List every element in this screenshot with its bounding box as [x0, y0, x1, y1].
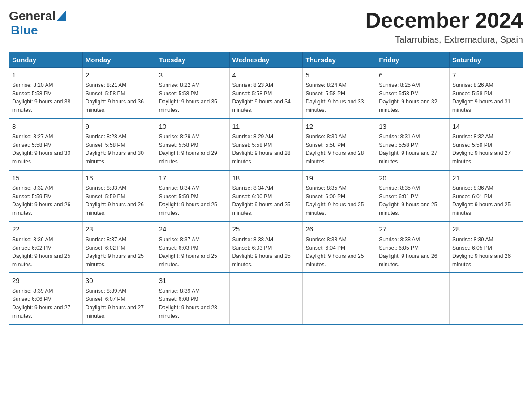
table-row — [376, 273, 450, 324]
day-number: 17 — [159, 173, 227, 184]
day-info: Sunrise: 8:35 AM Sunset: 6:01 PM Dayligh… — [379, 184, 446, 217]
day-number: 3 — [159, 70, 227, 81]
day-info: Sunrise: 8:39 AM Sunset: 6:07 PM Dayligh… — [86, 287, 153, 320]
col-tuesday: Tuesday — [156, 52, 229, 67]
day-number: 19 — [305, 173, 373, 184]
day-number: 15 — [12, 173, 80, 184]
table-row: 28 Sunrise: 8:39 AM Sunset: 6:05 PM Dayl… — [450, 221, 523, 273]
table-row: 30 Sunrise: 8:39 AM Sunset: 6:07 PM Dayl… — [82, 273, 156, 324]
title-block: December 2024 Talarrubias, Extremadura, … — [365, 9, 523, 45]
day-info: Sunrise: 8:32 AM Sunset: 5:59 PM Dayligh… — [12, 184, 80, 217]
table-row: 25 Sunrise: 8:38 AM Sunset: 6:03 PM Dayl… — [229, 221, 303, 273]
calendar-table: Sunday Monday Tuesday Wednesday Thursday… — [9, 52, 523, 325]
day-info: Sunrise: 8:33 AM Sunset: 5:59 PM Dayligh… — [86, 184, 153, 217]
day-number: 16 — [86, 173, 153, 184]
day-info: Sunrise: 8:32 AM Sunset: 5:59 PM Dayligh… — [452, 133, 520, 166]
table-row: 23 Sunrise: 8:37 AM Sunset: 6:02 PM Dayl… — [82, 221, 156, 273]
day-info: Sunrise: 8:22 AM Sunset: 5:58 PM Dayligh… — [159, 81, 227, 114]
col-thursday: Thursday — [303, 52, 376, 67]
calendar-week-row: 1 Sunrise: 8:20 AM Sunset: 5:58 PM Dayli… — [9, 67, 523, 118]
logo-general-text: General — [9, 9, 56, 23]
calendar-week-row: 8 Sunrise: 8:27 AM Sunset: 5:58 PM Dayli… — [9, 119, 523, 170]
table-row: 8 Sunrise: 8:27 AM Sunset: 5:58 PM Dayli… — [9, 119, 83, 170]
day-number: 1 — [12, 70, 80, 81]
day-number: 29 — [12, 276, 80, 286]
day-info: Sunrise: 8:34 AM Sunset: 5:59 PM Dayligh… — [159, 184, 227, 217]
day-info: Sunrise: 8:34 AM Sunset: 6:00 PM Dayligh… — [232, 184, 300, 217]
day-number: 4 — [232, 70, 300, 81]
day-number: 24 — [159, 224, 227, 235]
day-info: Sunrise: 8:29 AM Sunset: 5:58 PM Dayligh… — [232, 133, 300, 166]
table-row — [303, 273, 376, 324]
day-info: Sunrise: 8:36 AM Sunset: 6:01 PM Dayligh… — [452, 184, 520, 217]
table-row: 3 Sunrise: 8:22 AM Sunset: 5:58 PM Dayli… — [156, 67, 229, 118]
day-info: Sunrise: 8:25 AM Sunset: 5:58 PM Dayligh… — [379, 81, 446, 114]
day-number: 28 — [452, 224, 520, 235]
day-number: 31 — [159, 276, 227, 286]
day-info: Sunrise: 8:39 AM Sunset: 6:08 PM Dayligh… — [159, 287, 227, 320]
calendar-week-row: 22 Sunrise: 8:36 AM Sunset: 6:02 PM Dayl… — [9, 221, 523, 273]
calendar-header-row: Sunday Monday Tuesday Wednesday Thursday… — [9, 52, 523, 67]
col-saturday: Saturday — [450, 52, 523, 67]
day-info: Sunrise: 8:38 AM Sunset: 6:03 PM Dayligh… — [232, 235, 300, 269]
location: Talarrubias, Extremadura, Spain — [365, 34, 523, 45]
table-row: 26 Sunrise: 8:38 AM Sunset: 6:04 PM Dayl… — [303, 221, 376, 273]
day-info: Sunrise: 8:36 AM Sunset: 6:02 PM Dayligh… — [12, 235, 80, 269]
table-row: 10 Sunrise: 8:29 AM Sunset: 5:58 PM Dayl… — [156, 119, 229, 170]
table-row: 6 Sunrise: 8:25 AM Sunset: 5:58 PM Dayli… — [376, 67, 450, 118]
col-sunday: Sunday — [9, 52, 83, 67]
day-number: 22 — [12, 224, 80, 235]
day-info: Sunrise: 8:29 AM Sunset: 5:58 PM Dayligh… — [159, 133, 227, 166]
table-row: 22 Sunrise: 8:36 AM Sunset: 6:02 PM Dayl… — [9, 221, 83, 273]
col-monday: Monday — [82, 52, 156, 67]
table-row: 27 Sunrise: 8:38 AM Sunset: 6:05 PM Dayl… — [376, 221, 450, 273]
day-number: 23 — [86, 224, 153, 235]
table-row: 31 Sunrise: 8:39 AM Sunset: 6:08 PM Dayl… — [156, 273, 229, 324]
day-number: 30 — [86, 276, 153, 286]
day-info: Sunrise: 8:30 AM Sunset: 5:58 PM Dayligh… — [305, 133, 373, 166]
day-number: 14 — [452, 122, 520, 132]
table-row: 16 Sunrise: 8:33 AM Sunset: 5:59 PM Dayl… — [82, 170, 156, 222]
logo-triangle-icon — [57, 11, 66, 21]
table-row: 4 Sunrise: 8:23 AM Sunset: 5:58 PM Dayli… — [229, 67, 303, 118]
logo-blue-text: Blue — [11, 23, 38, 38]
day-number: 12 — [305, 122, 373, 132]
calendar-week-row: 15 Sunrise: 8:32 AM Sunset: 5:59 PM Dayl… — [9, 170, 523, 222]
table-row: 18 Sunrise: 8:34 AM Sunset: 6:00 PM Dayl… — [229, 170, 303, 222]
day-info: Sunrise: 8:38 AM Sunset: 6:04 PM Dayligh… — [305, 235, 373, 269]
col-friday: Friday — [376, 52, 450, 67]
day-info: Sunrise: 8:20 AM Sunset: 5:58 PM Dayligh… — [12, 81, 80, 114]
day-info: Sunrise: 8:24 AM Sunset: 5:58 PM Dayligh… — [305, 81, 373, 114]
day-number: 6 — [379, 70, 446, 81]
table-row — [229, 273, 303, 324]
table-row: 11 Sunrise: 8:29 AM Sunset: 5:58 PM Dayl… — [229, 119, 303, 170]
day-info: Sunrise: 8:28 AM Sunset: 5:58 PM Dayligh… — [86, 133, 153, 166]
day-number: 27 — [379, 224, 446, 235]
svg-marker-0 — [57, 11, 66, 21]
table-row: 20 Sunrise: 8:35 AM Sunset: 6:01 PM Dayl… — [376, 170, 450, 222]
day-number: 9 — [86, 122, 153, 132]
day-number: 25 — [232, 224, 300, 235]
day-info: Sunrise: 8:38 AM Sunset: 6:05 PM Dayligh… — [379, 235, 446, 269]
day-info: Sunrise: 8:23 AM Sunset: 5:58 PM Dayligh… — [232, 81, 300, 114]
day-number: 18 — [232, 173, 300, 184]
day-number: 26 — [305, 224, 373, 235]
day-info: Sunrise: 8:35 AM Sunset: 6:00 PM Dayligh… — [305, 184, 373, 217]
table-row — [450, 273, 523, 324]
table-row: 17 Sunrise: 8:34 AM Sunset: 5:59 PM Dayl… — [156, 170, 229, 222]
page-header: General Blue December 2024 Talarrubias, … — [9, 9, 523, 45]
day-info: Sunrise: 8:37 AM Sunset: 6:02 PM Dayligh… — [86, 235, 153, 269]
calendar-week-row: 29 Sunrise: 8:39 AM Sunset: 6:06 PM Dayl… — [9, 273, 523, 324]
day-info: Sunrise: 8:21 AM Sunset: 5:58 PM Dayligh… — [86, 81, 153, 114]
day-number: 13 — [379, 122, 446, 132]
day-info: Sunrise: 8:26 AM Sunset: 5:58 PM Dayligh… — [452, 81, 520, 114]
day-info: Sunrise: 8:31 AM Sunset: 5:58 PM Dayligh… — [379, 133, 446, 166]
table-row: 14 Sunrise: 8:32 AM Sunset: 5:59 PM Dayl… — [450, 119, 523, 170]
col-wednesday: Wednesday — [229, 52, 303, 67]
day-number: 20 — [379, 173, 446, 184]
table-row: 19 Sunrise: 8:35 AM Sunset: 6:00 PM Dayl… — [303, 170, 376, 222]
table-row: 1 Sunrise: 8:20 AM Sunset: 5:58 PM Dayli… — [9, 67, 83, 118]
day-number: 21 — [452, 173, 520, 184]
table-row: 2 Sunrise: 8:21 AM Sunset: 5:58 PM Dayli… — [82, 67, 156, 118]
logo: General Blue — [9, 9, 66, 38]
